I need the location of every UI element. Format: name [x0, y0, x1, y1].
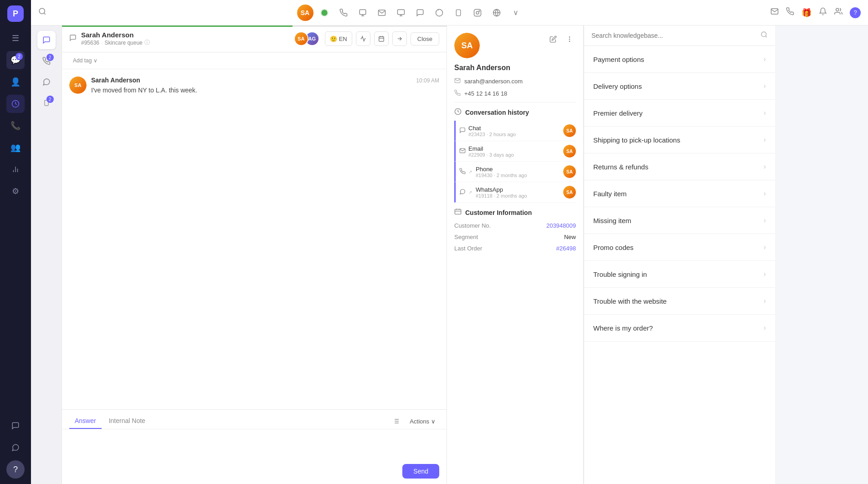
language-selector[interactable]: 🙂 EN	[325, 31, 352, 46]
channel-phone[interactable]	[335, 5, 352, 21]
sidebar-item-analytics[interactable]	[6, 160, 25, 178]
info-icon[interactable]: ⓘ	[144, 39, 150, 46]
kb-item-delivery[interactable]: Delivery options ›	[584, 73, 775, 100]
emoji-icon: 🙂	[330, 36, 337, 42]
channel-email[interactable]	[374, 5, 390, 21]
channel-web[interactable]	[488, 5, 505, 21]
kb-item-promo[interactable]: Promo codes ›	[584, 234, 775, 261]
tag-row: Add tag ∨	[62, 52, 447, 69]
call-icon[interactable]	[786, 7, 794, 18]
conversation-item-email[interactable]: Email #22909 · 3 days ago SA	[454, 141, 576, 162]
channel-sms[interactable]	[393, 5, 409, 21]
channel-mobile[interactable]	[450, 5, 467, 21]
sec-sidebar-phone[interactable]: 2	[37, 52, 56, 70]
sidebar-item-phone[interactable]: 📞	[6, 117, 25, 135]
help-icon[interactable]: ?	[850, 7, 861, 18]
sec-sidebar-mobile[interactable]: 2	[37, 94, 56, 112]
contact-email: sarah@anderson.com	[464, 78, 523, 85]
kb-search-input[interactable]	[591, 32, 757, 39]
kb-item-returns[interactable]: Returns & refunds ›	[584, 153, 775, 180]
add-tag-button[interactable]: Add tag ∨	[69, 56, 101, 65]
tab-answer[interactable]: Answer	[69, 413, 102, 429]
sec-sidebar-msg[interactable]	[37, 73, 56, 91]
forward-btn[interactable]	[392, 31, 407, 46]
phone-icon	[454, 90, 461, 97]
calendar-btn[interactable]	[374, 31, 389, 46]
sidebar-item-conversations[interactable]: 💬 2	[6, 51, 25, 69]
channel-chat[interactable]	[354, 5, 371, 21]
waveform-btn[interactable]	[356, 31, 370, 46]
edit-contact-button[interactable]	[547, 33, 560, 46]
content-area: 2 2 Sarah Anderson	[31, 25, 868, 484]
outbound-icon-2: ↗	[468, 190, 472, 195]
topbar-right-actions: 🎁 ?	[770, 7, 861, 18]
actions-dropdown-button[interactable]: Actions ∨	[406, 416, 439, 427]
history-icon	[454, 108, 462, 117]
kb-search-bar	[584, 25, 775, 46]
svg-point-21	[836, 8, 839, 11]
conversation-item-phone[interactable]: ↗ Phone #19430 · 2 months ago SA	[454, 162, 576, 182]
kb-item-signin[interactable]: Trouble signing in ›	[584, 261, 775, 288]
message-avatar: SA	[69, 76, 87, 94]
channel-whatsapp[interactable]	[431, 5, 447, 21]
sidebar-item-sms[interactable]	[6, 417, 25, 435]
close-button[interactable]: Close	[411, 32, 439, 46]
channel-instagram[interactable]	[469, 5, 486, 21]
customer-no-row: Customer No. 203948009	[454, 222, 576, 229]
last-order-label: Last Order	[454, 245, 482, 252]
knowledgebase-panel: Payment options › Delivery options › Pre…	[584, 25, 775, 484]
kb-item-missing[interactable]: Missing item ›	[584, 207, 775, 234]
footer-actions: Actions ∨	[390, 415, 439, 428]
app-logo[interactable]: P	[7, 5, 24, 22]
channel-messenger[interactable]	[412, 5, 428, 21]
kb-search-icon[interactable]	[760, 31, 768, 40]
progress-bar-fill	[62, 25, 293, 27]
kb-item-payment[interactable]: Payment options ›	[584, 46, 775, 73]
kb-item-faulty[interactable]: Faulty item ›	[584, 180, 775, 207]
sidebar-item-help[interactable]: ?	[6, 460, 25, 479]
kb-arrow-icon: ›	[764, 136, 766, 144]
conv-chat-icon	[459, 127, 466, 135]
segment-row: Segment New	[454, 234, 576, 240]
conv-avatar-1: SA	[563, 124, 576, 137]
notifications-icon[interactable]	[819, 7, 827, 18]
sidebar-item-settings[interactable]: ⚙	[6, 182, 25, 200]
sidebar-item-menu[interactable]: ☰	[6, 29, 25, 47]
more-contact-options-button[interactable]	[563, 33, 576, 46]
reply-input[interactable]	[69, 435, 439, 460]
sec-sidebar-chat[interactable]	[37, 31, 56, 49]
kb-item-website[interactable]: Trouble with the website ›	[584, 288, 775, 315]
kb-item-shipping[interactable]: Shipping to pick-up locations ›	[584, 127, 775, 153]
last-order-value[interactable]: #26498	[556, 245, 576, 252]
reply-tabs: Answer Internal Note Actions ∨	[62, 410, 447, 429]
conv-channel-4: WhatsApp	[476, 186, 563, 193]
secondary-sidebar: 2 2	[31, 25, 62, 484]
chat-ticket-id: #95636	[81, 40, 99, 46]
conv-avatar-2: SA	[563, 145, 576, 158]
sidebar-item-teams[interactable]: 👥	[6, 138, 25, 157]
gift-icon[interactable]: 🎁	[801, 8, 812, 18]
format-icon[interactable]	[390, 415, 402, 428]
channel-genesys[interactable]	[316, 5, 333, 21]
conv-channel-1: Chat	[468, 125, 563, 132]
search-icon[interactable]	[38, 7, 46, 18]
chat-messages: SA Sarah Anderson 10:09 AM I've moved fr…	[62, 69, 447, 409]
sidebar-item-contacts[interactable]: 👤	[6, 73, 25, 91]
send-button[interactable]: Send	[402, 464, 439, 479]
expand-channels-button[interactable]: ∨	[508, 5, 524, 21]
customer-info-title: Customer Information	[465, 209, 532, 216]
customer-no-value[interactable]: 203948009	[546, 222, 576, 229]
kb-item-premier[interactable]: Premier delivery ›	[584, 100, 775, 127]
compose-email-icon[interactable]	[770, 7, 779, 18]
kb-arrow-icon: ›	[764, 243, 766, 251]
users-icon[interactable]	[834, 7, 842, 18]
kb-item-whereorder[interactable]: Where is my order? ›	[584, 315, 775, 341]
sidebar-item-chat[interactable]	[6, 438, 25, 457]
kb-arrow-icon: ›	[764, 324, 766, 332]
conversation-item-chat[interactable]: Chat #23423 · 2 hours ago SA	[454, 121, 576, 141]
svg-rect-14	[456, 10, 460, 15]
sidebar-item-reports[interactable]	[6, 95, 25, 113]
active-channel-avatar[interactable]: SA	[297, 5, 313, 21]
conversation-item-whatsapp[interactable]: ↗ WhatsApp #19118 · 2 months ago SA	[454, 182, 576, 203]
tab-internal-note[interactable]: Internal Note	[103, 413, 151, 429]
